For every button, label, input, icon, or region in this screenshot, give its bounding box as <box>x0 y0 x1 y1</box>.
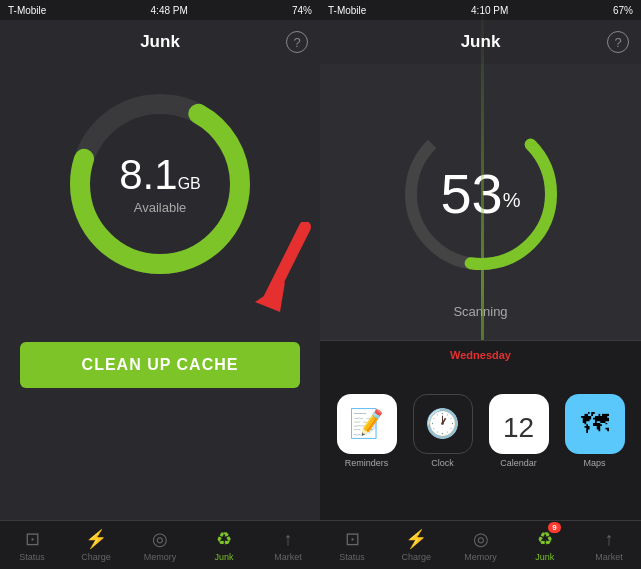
overlay-card: 📝 Reminders 🕐 Clock Wednesday 12 Calenda… <box>320 340 641 520</box>
scan-unit: % <box>503 189 521 211</box>
market-icon-right: ↑ <box>604 529 613 550</box>
calendar-icon: Wednesday 12 <box>489 394 549 454</box>
tab-label-charge-right: Charge <box>402 552 432 562</box>
tab-status-right[interactable]: ⊡ Status <box>320 521 384 569</box>
donut-unit-left: GB <box>178 175 201 192</box>
arrow-icon <box>250 222 320 322</box>
memory-icon-right: ◎ <box>473 528 489 550</box>
status-icon-left: ⊡ <box>25 528 40 550</box>
app-clock: 🕐 Clock <box>413 394 473 468</box>
tab-memory-right[interactable]: ◎ Memory <box>448 521 512 569</box>
tab-label-market-left: Market <box>274 552 302 562</box>
reminders-icon: 📝 <box>337 394 397 454</box>
left-panel: T-Mobile 4:48 PM 74% Junk ? 8.1GB Availa… <box>0 0 320 569</box>
charge-icon-right: ⚡ <box>405 528 427 550</box>
tab-label-junk-right: Junk <box>535 552 554 562</box>
donut-chart-left: 8.1GB Available <box>60 84 260 284</box>
clock-icon: 🕐 <box>413 394 473 454</box>
help-button-right[interactable]: ? <box>607 31 629 53</box>
right-panel: T-Mobile 4:10 PM 67% Junk ? 53% Scanning <box>320 0 641 569</box>
tab-label-status-left: Status <box>19 552 45 562</box>
charge-icon-left: ⚡ <box>85 528 107 550</box>
tab-junk-left[interactable]: ♻ Junk <box>192 521 256 569</box>
maps-icon: 🗺 <box>565 394 625 454</box>
junk-badge-wrap: ♻ 9 <box>537 528 553 550</box>
tab-status-left[interactable]: ⊡ Status <box>0 521 64 569</box>
calendar-label: Calendar <box>500 458 537 468</box>
battery-right: 67% <box>613 5 633 16</box>
tab-bar-right: ⊡ Status ⚡ Charge ◎ Memory ♻ 9 Junk ↑ Ma… <box>320 520 641 569</box>
time-right: 4:10 PM <box>471 5 508 16</box>
scan-value: 53 <box>440 162 502 225</box>
tab-label-memory-right: Memory <box>464 552 497 562</box>
market-icon-left: ↑ <box>284 529 293 550</box>
tab-memory-left[interactable]: ◎ Memory <box>128 521 192 569</box>
junk-badge: 9 <box>548 522 560 533</box>
donut-label-left: Available <box>119 200 201 215</box>
tab-market-left[interactable]: ↑ Market <box>256 521 320 569</box>
tab-label-market-right: Market <box>595 552 623 562</box>
tab-junk-right[interactable]: ♻ 9 Junk <box>513 521 577 569</box>
app-grid: 📝 Reminders 🕐 Clock Wednesday 12 Calenda… <box>337 394 625 468</box>
carrier-right: T-Mobile <box>328 5 366 16</box>
svg-line-2 <box>270 227 305 297</box>
reminders-label: Reminders <box>345 458 389 468</box>
maps-label: Maps <box>583 458 605 468</box>
page-title-left: Junk <box>140 32 180 52</box>
tab-label-status-right: Status <box>339 552 365 562</box>
memory-icon-left: ◎ <box>152 528 168 550</box>
donut-center-left: 8.1GB Available <box>119 154 201 215</box>
clean-cache-button[interactable]: CLEAN UP CACHE <box>20 342 300 388</box>
tab-charge-left[interactable]: ⚡ Charge <box>64 521 128 569</box>
help-button-left[interactable]: ? <box>286 31 308 53</box>
clean-cache-label: CLEAN UP CACHE <box>82 356 239 374</box>
app-reminders: 📝 Reminders <box>337 394 397 468</box>
battery-left: 74% <box>292 5 312 16</box>
tab-charge-right[interactable]: ⚡ Charge <box>384 521 448 569</box>
help-icon-left: ? <box>293 35 300 50</box>
time-left: 4:48 PM <box>151 5 188 16</box>
app-maps: 🗺 Maps <box>565 394 625 468</box>
status-bar-left: T-Mobile 4:48 PM 74% <box>0 0 320 20</box>
tab-label-charge-left: Charge <box>81 552 111 562</box>
help-icon-right: ? <box>614 35 621 50</box>
clock-label: Clock <box>431 458 454 468</box>
status-icon-right: ⊡ <box>345 528 360 550</box>
tab-label-junk-left: Junk <box>214 552 233 562</box>
tab-bar-left: ⊡ Status ⚡ Charge ◎ Memory ♻ Junk ↑ Mark… <box>0 520 320 569</box>
carrier-left: T-Mobile <box>8 5 46 16</box>
tab-market-right[interactable]: ↑ Market <box>577 521 641 569</box>
header-left: Junk ? <box>0 20 320 64</box>
donut-value-left: 8.1 <box>119 151 177 198</box>
junk-icon-left: ♻ <box>216 528 232 550</box>
app-calendar: Wednesday 12 Calendar <box>489 394 549 468</box>
tab-label-memory-left: Memory <box>144 552 177 562</box>
